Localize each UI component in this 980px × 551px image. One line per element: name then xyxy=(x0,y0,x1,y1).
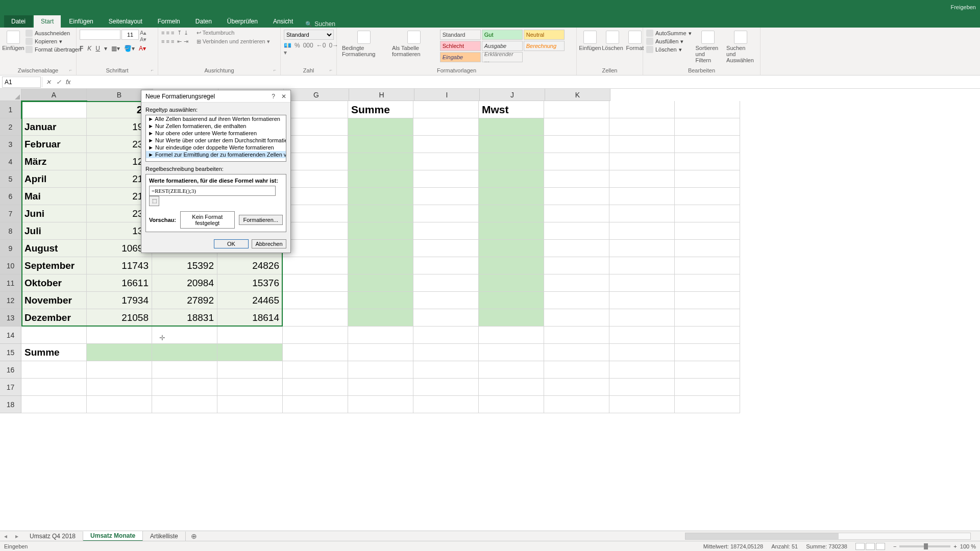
cell[interactable] xyxy=(283,205,348,222)
name-box[interactable] xyxy=(2,77,41,88)
cell[interactable] xyxy=(609,222,675,240)
cell[interactable] xyxy=(87,396,152,413)
cell[interactable]: Summe xyxy=(21,344,87,361)
cell[interactable] xyxy=(544,309,609,327)
percent-button[interactable]: % xyxy=(295,42,300,56)
col-header-H[interactable]: H xyxy=(349,89,414,101)
rule-type-item[interactable]: ► Nur Werte über oder unter dem Durchsch… xyxy=(146,137,286,144)
cell[interactable] xyxy=(413,101,479,118)
cell[interactable] xyxy=(348,118,413,136)
cell[interactable] xyxy=(479,153,544,170)
sort-filter-button[interactable]: Sortieren und Filtern xyxy=(694,30,723,64)
view-page-layout-icon[interactable] xyxy=(866,543,875,550)
cell[interactable] xyxy=(283,257,348,274)
cell[interactable] xyxy=(675,101,740,118)
cell[interactable] xyxy=(544,136,609,153)
cell[interactable] xyxy=(609,274,675,292)
cell[interactable] xyxy=(544,118,609,136)
cell[interactable] xyxy=(675,118,740,136)
cell[interactable] xyxy=(217,361,283,379)
cell[interactable] xyxy=(675,327,740,344)
copy-button[interactable]: Kopieren ▾ xyxy=(26,38,81,45)
cell[interactable] xyxy=(675,309,740,327)
view-normal-icon[interactable] xyxy=(855,543,865,550)
cell[interactable] xyxy=(348,153,413,170)
cell[interactable] xyxy=(675,344,740,361)
cell[interactable] xyxy=(348,240,413,257)
row-header-2[interactable]: 2 xyxy=(0,118,21,136)
cell[interactable]: 18614 xyxy=(217,309,283,327)
format-as-table-button[interactable]: Als Tabelle formatieren xyxy=(390,30,438,58)
row-header-8[interactable]: 8 xyxy=(0,222,21,240)
cell[interactable] xyxy=(609,188,675,205)
cell[interactable] xyxy=(609,240,675,257)
cell[interactable] xyxy=(544,344,609,361)
cell[interactable] xyxy=(544,222,609,240)
cell[interactable] xyxy=(87,361,152,379)
cell-styles-gallery[interactable]: Standard Gut Neutral Schlecht Ausgabe Be… xyxy=(440,30,573,62)
cell[interactable]: November xyxy=(21,292,87,309)
cell[interactable] xyxy=(479,396,544,413)
row-header-6[interactable]: 6 xyxy=(0,188,21,205)
cell[interactable] xyxy=(348,274,413,292)
cell[interactable] xyxy=(283,344,348,361)
dialog-help-icon[interactable]: ? xyxy=(272,93,275,100)
cell[interactable] xyxy=(479,309,544,327)
select-all-corner[interactable] xyxy=(0,89,21,101)
cell[interactable] xyxy=(348,257,413,274)
cell[interactable] xyxy=(544,292,609,309)
cell[interactable] xyxy=(479,222,544,240)
zoom-level[interactable]: 100 % xyxy=(960,543,976,549)
cell[interactable] xyxy=(152,344,217,361)
clear-button[interactable]: Löschen ▾ xyxy=(646,46,692,53)
cell[interactable] xyxy=(348,344,413,361)
find-select-button[interactable]: Suchen und Auswählen xyxy=(724,30,757,64)
cell[interactable]: September xyxy=(21,257,87,274)
cell[interactable] xyxy=(479,344,544,361)
rule-type-item[interactable]: ► Nur obere oder untere Werte formatiere… xyxy=(146,130,286,137)
cell[interactable] xyxy=(609,344,675,361)
style-schlecht[interactable]: Schlecht xyxy=(440,41,481,51)
cell[interactable] xyxy=(479,188,544,205)
font-color-button[interactable]: A▾ xyxy=(139,45,146,52)
number-format-select[interactable]: Standard xyxy=(284,30,334,40)
cell[interactable] xyxy=(413,205,479,222)
cell[interactable] xyxy=(544,274,609,292)
cell[interactable] xyxy=(544,205,609,222)
cell[interactable] xyxy=(544,188,609,205)
fx-icon[interactable]: fx xyxy=(66,79,70,86)
cell[interactable]: Januar xyxy=(21,118,87,136)
row-header-7[interactable]: 7 xyxy=(0,205,21,222)
row-header-15[interactable]: 15 xyxy=(0,344,21,361)
style-standard[interactable]: Standard xyxy=(440,30,481,40)
cell[interactable] xyxy=(544,396,609,413)
cell[interactable] xyxy=(348,222,413,240)
style-eingabe[interactable]: Eingabe xyxy=(440,52,481,62)
cut-button[interactable]: Ausschneiden xyxy=(26,30,81,37)
cell[interactable] xyxy=(675,222,740,240)
cell[interactable] xyxy=(675,205,740,222)
style-gut[interactable]: Gut xyxy=(482,30,523,40)
ok-button[interactable]: OK xyxy=(214,239,249,248)
row-header-10[interactable]: 10 xyxy=(0,257,21,274)
cell[interactable]: Februar xyxy=(21,136,87,153)
range-selector-icon[interactable]: ⬚ xyxy=(149,196,159,206)
cell[interactable] xyxy=(87,344,152,361)
row-header-18[interactable]: 18 xyxy=(0,396,21,413)
merge-center-button[interactable]: ⊞ Verbinden und zentrieren ▾ xyxy=(197,38,270,45)
cell[interactable] xyxy=(609,205,675,222)
cell[interactable] xyxy=(544,361,609,379)
cell[interactable] xyxy=(413,361,479,379)
cell[interactable] xyxy=(675,153,740,170)
font-family-select[interactable] xyxy=(80,30,120,40)
delete-cells-button[interactable]: Löschen xyxy=(602,30,623,52)
tell-me-search[interactable]: Suchen xyxy=(305,20,335,28)
row-header-13[interactable]: 13 xyxy=(0,309,21,327)
cell[interactable] xyxy=(675,170,740,188)
cell[interactable] xyxy=(413,379,479,396)
cell[interactable] xyxy=(479,240,544,257)
font-size-select[interactable] xyxy=(121,30,139,40)
tab-view[interactable]: Ansicht xyxy=(266,15,300,28)
horizontal-scrollbar[interactable] xyxy=(685,533,971,540)
italic-button[interactable]: K xyxy=(87,45,91,52)
